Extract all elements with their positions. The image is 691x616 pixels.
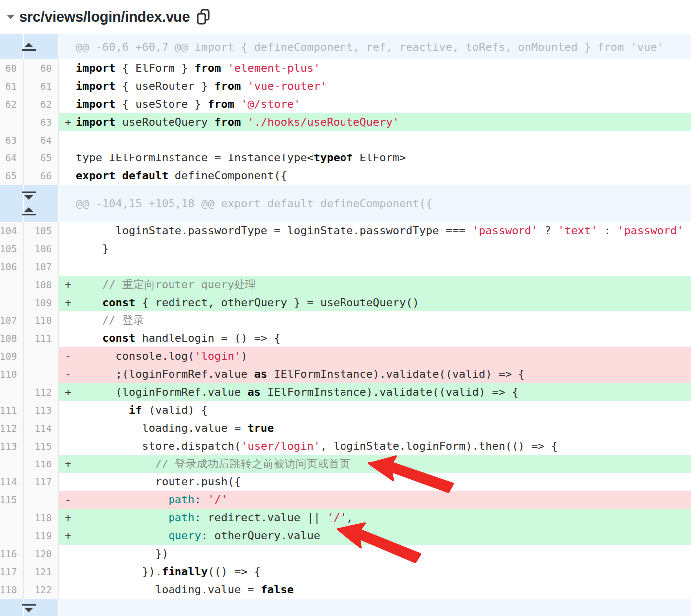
copy-file-path-button[interactable] [196,9,211,25]
new-line-number[interactable]: 111 [24,329,59,347]
new-line-number[interactable]: 109 [24,294,59,311]
old-line-number[interactable]: 60 [0,59,24,77]
old-line-number[interactable]: 65 [0,167,24,185]
new-line-number[interactable]: 106 [24,240,59,258]
diff-sign: + [65,509,76,527]
new-line-number[interactable]: 60 [24,59,59,77]
code-line: + query: otherQuery.value [59,527,691,545]
diff-sign [65,473,76,491]
new-line-number[interactable]: 120 [24,545,59,563]
new-line-number[interactable]: 62 [24,95,59,113]
old-line-number[interactable]: 104 [0,222,24,240]
old-line-number[interactable] [0,383,24,401]
old-line-number[interactable]: 112 [0,419,24,437]
new-line-number[interactable]: 105 [24,222,59,240]
code-text: // 登录成功后跳转之前被访问页或首页 [76,455,350,473]
old-line-number[interactable]: 109 [0,347,24,365]
expand-up-icon [21,207,36,216]
code-text: path: '/' [76,491,228,509]
expand-down-button[interactable] [21,191,36,200]
diff-sign [65,77,76,95]
new-line-number[interactable] [24,365,59,383]
diff-line-context: 107110 // 登录 [0,311,691,329]
diff-line-removed: 115- path: '/' [0,491,691,509]
expand-up-button[interactable] [21,43,36,51]
old-line-number[interactable]: 64 [0,149,24,167]
file-collapse-caret[interactable] [4,11,17,24]
code-text: import { useStore } from '@/store' [76,95,300,113]
diff-line-context: 6465type IElFormInstance = InstanceType<… [0,149,691,167]
diff-line-context: 6262import { useStore } from '@/store' [0,95,691,113]
old-line-number[interactable]: 116 [0,545,24,563]
code-line: + // 重定向router query处理 [59,276,691,294]
diff-sign [65,258,76,276]
old-line-number[interactable] [0,294,24,311]
old-line-number[interactable] [0,455,24,473]
old-line-number[interactable]: 114 [0,473,24,491]
old-line-number[interactable] [0,527,24,545]
new-line-number[interactable]: 116 [24,455,59,473]
expander-gutter [0,34,59,59]
diff-table: @@ -60,6 +60,7 @@ import { defineCompone… [0,34,691,616]
new-line-number[interactable]: 122 [24,581,59,599]
diff-line-context: 111113 if (valid) { [0,401,691,419]
new-line-number[interactable]: 117 [24,473,59,491]
old-line-number[interactable] [0,509,24,527]
diff-line-context: 6161import { useRouter } from 'vue-route… [0,77,691,95]
old-line-number[interactable]: 117 [0,563,24,581]
new-line-number[interactable]: 64 [24,131,59,149]
old-line-number[interactable]: 111 [0,401,24,419]
code-text: // 登录 [76,311,144,329]
new-line-number[interactable]: 115 [24,437,59,455]
expander-gutter [0,185,59,222]
diff-sign [65,149,76,167]
old-line-number[interactable]: 61 [0,77,24,95]
diff-line-context: 118122 loading.value = false [0,581,691,599]
old-line-number[interactable]: 115 [0,491,24,509]
old-line-number[interactable]: 113 [0,437,24,455]
new-line-number[interactable]: 66 [24,167,59,185]
old-line-number[interactable]: 108 [0,329,24,347]
new-line-number[interactable]: 61 [24,77,59,95]
new-line-number[interactable]: 63 [24,113,59,131]
diff-sign: - [65,491,76,509]
new-line-number[interactable]: 114 [24,419,59,437]
new-line-number[interactable]: 121 [24,563,59,581]
old-line-number[interactable] [0,113,24,131]
old-line-number[interactable]: 110 [0,365,24,383]
diff-sign: + [65,383,76,401]
new-line-number[interactable]: 118 [24,509,59,527]
old-line-number[interactable]: 106 [0,258,24,276]
old-line-number[interactable]: 107 [0,311,24,329]
hunk-expander-row [0,599,691,616]
new-line-number[interactable]: 65 [24,149,59,167]
new-line-number[interactable] [24,347,59,365]
new-line-number[interactable]: 108 [24,276,59,294]
new-line-number[interactable]: 107 [24,258,59,276]
old-line-number[interactable]: 63 [0,131,24,149]
diff-sign [65,131,76,149]
code-text: if (valid) { [76,401,208,419]
old-line-number[interactable] [0,276,24,294]
new-line-number[interactable] [24,491,59,509]
expand-up-button[interactable] [21,207,36,216]
expand-down-button[interactable] [21,604,36,612]
new-line-number[interactable]: 113 [24,401,59,419]
diff-sign: - [65,365,76,383]
new-line-number[interactable]: 110 [24,311,59,329]
diff-line-added: 63+import useRouteQuery from './hooks/us… [0,113,691,131]
diff-line-added: 109+ const { redirect, otherQuery } = us… [0,294,691,311]
code-text: path: redirect.value || '/', [76,509,353,527]
diff-line-context: 106107 [0,258,691,276]
diff-line-context: 108111 const handleLogin = () => { [0,329,691,347]
new-line-number[interactable]: 119 [24,527,59,545]
old-line-number[interactable]: 118 [0,581,24,599]
old-line-number[interactable]: 62 [0,95,24,113]
code-line: import { useRouter } from 'vue-router' [59,77,691,95]
diff-line-context: 117121 }).finally(() => { [0,563,691,581]
old-line-number[interactable]: 105 [0,240,24,258]
code-text: loading.value = false [76,581,294,599]
diff-line-removed: 110- ;(loginFormRef.value as IElFormInst… [0,365,691,383]
new-line-number[interactable]: 112 [24,383,59,401]
code-text: (loginFormRef.value as IElFormInstance).… [76,383,518,401]
